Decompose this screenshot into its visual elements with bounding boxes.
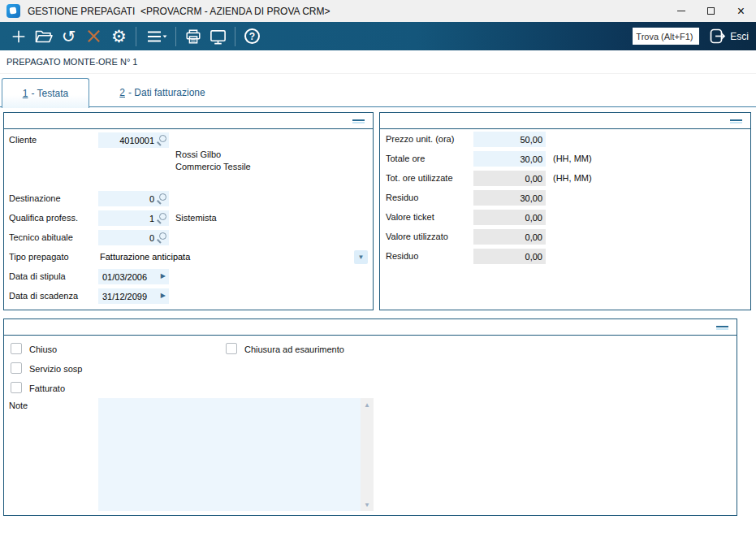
monitor-icon — [209, 28, 227, 46]
exit-arrow-icon — [709, 28, 726, 45]
residuo-ore-field: 30,00 — [473, 190, 546, 206]
hamburger-menu-icon — [145, 28, 167, 45]
settings-button[interactable]: ⚙ — [106, 24, 132, 49]
servizio-sosp-checkbox[interactable] — [11, 362, 22, 374]
plus-icon — [10, 28, 28, 46]
collapse-panel-icon[interactable] — [716, 326, 728, 327]
fatturato-checkbox[interactable] — [11, 382, 22, 393]
status-notes-panel: Chiuso Chiusura ad esaurimento Servizio … — [3, 318, 737, 516]
servizio-sosp-row: Servizio sosp — [4, 361, 737, 377]
note-scrollbar[interactable]: ▲ ▼ — [361, 398, 374, 511]
fatturato-label: Fatturato — [29, 384, 65, 393]
data-scadenza-row: Data di scadenza 31/12/2099 ▶ — [4, 288, 373, 305]
undo-button[interactable]: ↺ — [56, 24, 81, 49]
destinazione-value: 0 — [149, 194, 154, 204]
tipo-prepagato-value[interactable]: Fatturazione anticipata — [100, 252, 190, 262]
valore-ticket-row: Valore ticket 0,00 — [380, 210, 750, 226]
search-icon[interactable] — [157, 232, 166, 243]
hh-mm-hint: (HH, MM) — [553, 154, 592, 163]
data-stipula-field[interactable]: 01/03/2006 ▶ — [98, 269, 169, 284]
toolbar: ↺ ⚙ ? Esci — [0, 22, 756, 50]
search-icon[interactable] — [157, 193, 166, 204]
note-textarea[interactable]: ▲ ▼ — [98, 398, 374, 511]
help-button[interactable]: ? — [240, 24, 265, 49]
valore-ticket-field: 0,00 — [473, 210, 546, 225]
fatturato-row: Fatturato — [4, 380, 737, 396]
record-title: PREPAGATO MONTE-ORE N° 1 — [6, 57, 137, 67]
folder-icon — [34, 28, 54, 46]
new-button[interactable] — [6, 24, 31, 49]
panel-header — [4, 113, 373, 129]
tab-dati-fatturazione[interactable]: 2 - Dati fatturazione — [91, 79, 234, 106]
valore-utilizzato-row: Valore utilizzato 0,00 — [380, 229, 750, 245]
cliente-field[interactable]: 4010001 — [98, 132, 169, 148]
chiuso-checkbox[interactable] — [11, 343, 22, 354]
prezzo-row: Prezzo unit. (ora) 50,00 — [380, 132, 750, 148]
tecnico-field[interactable]: 0 — [98, 230, 169, 245]
residuo-valore-field: 0,00 — [473, 249, 546, 264]
tab-label: - Dati fatturazione — [128, 87, 205, 98]
chevron-down-icon: ▼ — [358, 254, 365, 261]
values-panel: Prezzo unit. (ora) 50,00 Totale ore 30,0… — [379, 112, 751, 310]
exit-label: Esci — [730, 31, 749, 42]
ore-utilizzate-label: Tot. ore utilizzate — [386, 173, 453, 183]
collapse-panel-icon[interactable] — [730, 119, 742, 121]
prezzo-value: 50,00 — [520, 135, 542, 145]
data-stipula-value: 01/03/2006 — [102, 272, 147, 282]
cliente-name: Rossi Gilbo — [175, 150, 221, 159]
minimize-button[interactable] — [666, 0, 696, 22]
search-icon[interactable] — [157, 135, 166, 145]
scroll-up-icon[interactable]: ▲ — [361, 398, 374, 411]
undo-icon: ↺ — [62, 28, 76, 45]
date-picker-icon[interactable]: ▶ — [161, 273, 166, 280]
valore-utilizzato-label: Valore utilizzato — [386, 232, 448, 241]
collapse-panel-icon[interactable] — [352, 119, 365, 121]
monitor-button[interactable] — [205, 24, 231, 49]
close-button[interactable]: × — [726, 0, 756, 22]
totale-ore-value: 30,00 — [520, 154, 542, 164]
print-button[interactable] — [180, 24, 205, 49]
residuo-valore-value: 0,00 — [525, 252, 542, 262]
chiuso-label: Chiuso — [29, 344, 57, 354]
open-button[interactable] — [31, 24, 56, 49]
scroll-down-icon[interactable]: ▼ — [361, 498, 374, 511]
tecnico-label: Tecnico abituale — [9, 232, 73, 242]
chiusura-esaurimento-checkbox[interactable] — [226, 343, 237, 354]
qualifica-field[interactable]: 1 — [98, 210, 169, 226]
totale-ore-field[interactable]: 30,00 — [473, 151, 546, 167]
exit-button[interactable]: Esci — [707, 28, 750, 45]
prezzo-field[interactable]: 50,00 — [473, 132, 546, 147]
qualifica-row: Qualifica profess. 1 Sistemista — [4, 210, 373, 227]
ore-utilizzate-value: 0,00 — [525, 174, 542, 184]
date-picker-icon[interactable]: ▶ — [161, 292, 166, 299]
tipo-prepagato-label: Tipo prepagato — [9, 252, 69, 262]
find-input[interactable] — [633, 28, 699, 45]
tipo-prepagato-dropdown-button[interactable]: ▼ — [354, 250, 368, 264]
printer-icon — [184, 28, 202, 46]
search-icon[interactable] — [157, 213, 166, 223]
tab-number: 1 — [23, 88, 28, 99]
note-label: Note — [9, 401, 28, 410]
title-bar: GESTIONE PREPAGATI <PROVACRM - AZIENDA D… — [0, 0, 756, 22]
tab-testata[interactable]: 1 - Testata — [2, 78, 89, 108]
qualifica-desc: Sistemista — [175, 213, 217, 223]
minimize-icon — [677, 11, 685, 11]
app-icon — [6, 4, 20, 18]
data-stipula-label: Data di stipula — [9, 271, 66, 281]
tab-label: - Testata — [31, 88, 68, 99]
maximize-button[interactable] — [696, 0, 726, 22]
residuo-ore-row: Residuo 30,00 — [380, 190, 750, 206]
data-stipula-row: Data di stipula 01/03/2006 ▶ — [4, 269, 373, 285]
menu-button[interactable] — [140, 24, 171, 49]
gear-icon: ⚙ — [111, 28, 127, 45]
residuo-ore-value: 30,00 — [520, 193, 542, 203]
prezzo-label: Prezzo unit. (ora) — [386, 134, 454, 144]
toolbar-separator — [136, 27, 136, 46]
destinazione-field[interactable]: 0 — [98, 191, 169, 206]
delete-button[interactable] — [81, 24, 106, 49]
valore-ticket-value: 0,00 — [525, 213, 542, 223]
data-scadenza-field[interactable]: 31/12/2099 ▶ — [98, 288, 169, 304]
residuo-valore-row: Residuo 0,00 — [380, 249, 750, 265]
delete-x-icon — [86, 28, 102, 44]
servizio-sosp-label: Servizio sosp — [29, 364, 82, 374]
